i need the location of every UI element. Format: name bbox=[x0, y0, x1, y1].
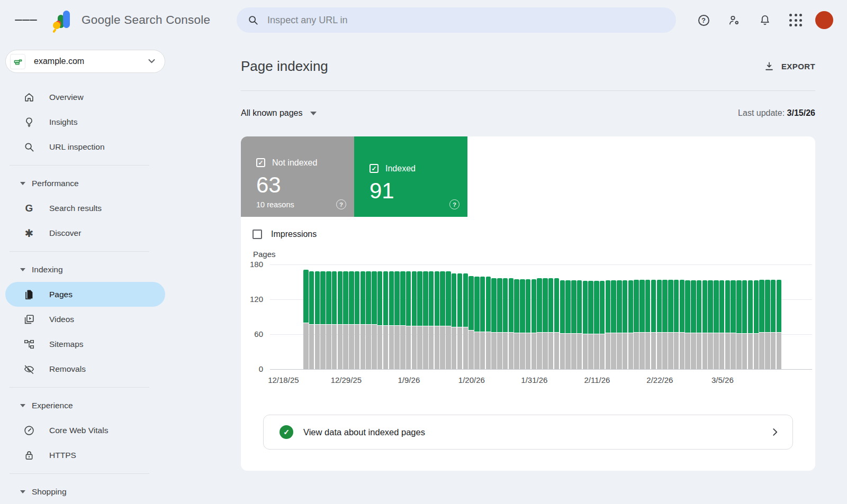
chart-bar[interactable] bbox=[771, 264, 777, 369]
chart-bar[interactable] bbox=[423, 264, 429, 369]
chart-bar[interactable] bbox=[639, 264, 645, 369]
section-shopping[interactable]: Shopping bbox=[5, 480, 165, 504]
url-inspect-searchbar[interactable] bbox=[237, 7, 676, 33]
chart-bar[interactable] bbox=[554, 264, 560, 369]
chart-bar[interactable] bbox=[394, 264, 400, 369]
chart-bar[interactable] bbox=[491, 264, 497, 369]
help-icon[interactable]: ? bbox=[449, 199, 459, 209]
chart-bar[interactable] bbox=[514, 264, 520, 369]
chart-bar[interactable] bbox=[702, 264, 708, 369]
sidebar-item-discover[interactable]: ✱Discover bbox=[5, 221, 165, 245]
sidebar-item-removals[interactable]: Removals bbox=[5, 356, 165, 381]
chart-bar[interactable] bbox=[320, 264, 326, 369]
chart-bar[interactable] bbox=[377, 264, 383, 369]
sidebar-item-videos[interactable]: Videos bbox=[5, 307, 165, 332]
chart-bar[interactable] bbox=[446, 264, 452, 369]
chart-bar[interactable] bbox=[361, 264, 366, 369]
help-button[interactable]: ? bbox=[692, 9, 715, 31]
chart-bar[interactable] bbox=[389, 264, 395, 369]
chart-bar[interactable] bbox=[383, 264, 389, 369]
chart-bar[interactable] bbox=[588, 264, 594, 369]
chart-bar[interactable] bbox=[697, 264, 702, 369]
chart-bar[interactable] bbox=[315, 264, 321, 369]
chart-bar[interactable] bbox=[366, 264, 372, 369]
section-indexing[interactable]: Indexing bbox=[5, 258, 165, 282]
section-experience[interactable]: Experience bbox=[5, 393, 165, 418]
chart-bar[interactable] bbox=[417, 264, 423, 369]
chart-bar[interactable] bbox=[634, 264, 639, 369]
chart-bar[interactable] bbox=[759, 264, 765, 369]
user-settings-button[interactable] bbox=[723, 9, 745, 31]
chart-bar[interactable] bbox=[452, 264, 457, 369]
chart-bar[interactable] bbox=[412, 264, 418, 369]
chart-bar[interactable] bbox=[668, 264, 674, 369]
chart-bar[interactable] bbox=[309, 264, 315, 369]
chart-bar[interactable] bbox=[303, 264, 309, 369]
chart-bar[interactable] bbox=[355, 264, 361, 369]
chart-bar[interactable] bbox=[594, 264, 600, 369]
chart-bar[interactable] bbox=[457, 264, 463, 369]
chart-bar[interactable] bbox=[765, 264, 771, 369]
chart-bar[interactable] bbox=[731, 264, 736, 369]
sidebar-item-insights[interactable]: Insights bbox=[5, 109, 165, 134]
chart-bar[interactable] bbox=[503, 264, 509, 369]
sidebar-item-url-inspection[interactable]: URL inspection bbox=[5, 134, 165, 159]
chart-bar[interactable] bbox=[571, 264, 577, 369]
section-performance[interactable]: Performance bbox=[5, 171, 165, 196]
sidebar-item-pages[interactable]: Pages bbox=[5, 282, 165, 307]
chart-bar[interactable] bbox=[372, 264, 377, 369]
help-icon[interactable]: ? bbox=[336, 199, 346, 209]
export-button[interactable]: EXPORT bbox=[764, 61, 815, 71]
apps-button[interactable] bbox=[785, 9, 807, 31]
chart-bar[interactable] bbox=[691, 264, 697, 369]
chart-bar[interactable] bbox=[736, 264, 742, 369]
chart-bar[interactable] bbox=[548, 264, 554, 369]
sidebar-item-search-results[interactable]: GSearch results bbox=[5, 196, 165, 221]
chart-bar[interactable] bbox=[343, 264, 349, 369]
chart-bar[interactable] bbox=[338, 264, 344, 369]
not-indexed-card[interactable]: ✓ Not indexed 63 10 reasons ? bbox=[241, 136, 354, 217]
chart-bar[interactable] bbox=[651, 264, 657, 369]
impressions-toggle[interactable]: Impressions bbox=[253, 230, 317, 239]
chart-bar[interactable] bbox=[657, 264, 663, 369]
chart-bar[interactable] bbox=[486, 264, 492, 369]
sidebar-item-sitemaps[interactable]: Sitemaps bbox=[5, 332, 165, 356]
chart-bar[interactable] bbox=[600, 264, 606, 369]
menu-button[interactable] bbox=[15, 9, 37, 31]
chart-bar[interactable] bbox=[565, 264, 571, 369]
chart-bar[interactable] bbox=[719, 264, 725, 369]
chart-bar[interactable] bbox=[440, 264, 446, 369]
account-avatar[interactable] bbox=[815, 11, 833, 29]
chart-bar[interactable] bbox=[435, 264, 440, 369]
sidebar-item-overview[interactable]: Overview bbox=[5, 85, 165, 109]
chart-bar[interactable] bbox=[526, 264, 531, 369]
chart-bar[interactable] bbox=[560, 264, 566, 369]
chart-bar[interactable] bbox=[606, 264, 611, 369]
chart-bar[interactable] bbox=[520, 264, 526, 369]
chart-bar[interactable] bbox=[628, 264, 634, 369]
chart-bar[interactable] bbox=[400, 264, 406, 369]
chart-bar[interactable] bbox=[777, 264, 782, 369]
chart-bar[interactable] bbox=[349, 264, 355, 369]
chart-bar[interactable] bbox=[326, 264, 332, 369]
notifications-button[interactable] bbox=[754, 9, 776, 31]
chart-bar[interactable] bbox=[332, 264, 338, 369]
view-data-link[interactable]: ✓ View data about indexed pages bbox=[263, 415, 793, 450]
chart-bar[interactable] bbox=[680, 264, 686, 369]
chart-bar[interactable] bbox=[429, 264, 435, 369]
chart-bar[interactable] bbox=[623, 264, 628, 369]
sidebar-item-https[interactable]: HTTPS bbox=[5, 443, 165, 468]
indexed-card[interactable]: ✓ Indexed 91 ? bbox=[354, 136, 467, 217]
chart-bar[interactable] bbox=[674, 264, 680, 369]
chart-bar[interactable] bbox=[474, 264, 480, 369]
chart-bar[interactable] bbox=[577, 264, 583, 369]
chart-bar[interactable] bbox=[725, 264, 731, 369]
chart-bar[interactable] bbox=[480, 264, 486, 369]
chart-bar[interactable] bbox=[497, 264, 503, 369]
sidebar-item-core-web-vitals[interactable]: Core Web Vitals bbox=[5, 418, 165, 443]
chart-bar[interactable] bbox=[583, 264, 589, 369]
property-selector[interactable]: example.com bbox=[5, 50, 165, 73]
chart-bar[interactable] bbox=[611, 264, 617, 369]
chart-bar[interactable] bbox=[754, 264, 760, 369]
chart-bar[interactable] bbox=[468, 264, 474, 369]
